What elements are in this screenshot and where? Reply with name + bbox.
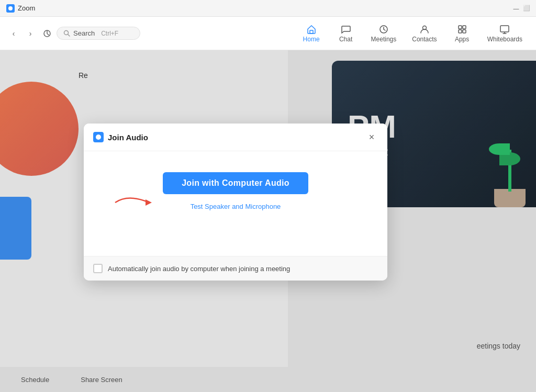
svg-point-14 [96,135,101,140]
modal-zoom-icon [93,132,104,142]
join-audio-modal: Join Audio × Join with Computer Audio Te… [84,124,387,281]
tab-chat-label: Chat [339,36,352,43]
svg-rect-11 [500,26,509,32]
app-title: Zoom [18,4,35,12]
tab-home[interactable]: Home [295,21,328,46]
modal-close-button[interactable]: × [365,131,378,143]
tab-contacts-label: Contacts [412,36,437,43]
svg-marker-15 [146,199,152,206]
tab-whiteboards-label: Whiteboards [487,36,522,43]
tab-home-label: Home [303,36,320,43]
tab-apps[interactable]: Apps [445,21,479,46]
contacts-icon [419,24,430,35]
title-bar: Zoom — ⬜ [0,0,536,17]
test-speaker-link[interactable]: Test Speaker and Microphone [191,203,281,210]
modal-header: Join Audio × [84,124,387,151]
maximize-button[interactable]: ⬜ [523,5,530,12]
window-controls: — ⬜ [513,5,530,12]
app-icon [6,4,15,13]
modal-body: Join with Computer Audio Test Speaker an… [84,151,387,256]
svg-rect-4 [310,30,313,33]
toolbar: ‹ › Search Ctrl+F Home Chat [0,17,536,50]
svg-rect-8 [463,26,466,29]
svg-rect-10 [463,30,466,33]
modal-title: Join Audio [108,133,365,142]
search-shortcut: Ctrl+F [101,30,118,37]
auto-join-label: Automatically join audio by computer whe… [108,265,290,273]
back-button[interactable]: ‹ [6,26,21,41]
search-label: Search [73,29,95,37]
tab-apps-label: Apps [455,36,469,43]
home-icon [306,24,317,35]
minimize-button[interactable]: — [513,5,519,12]
forward-button[interactable]: › [23,26,38,41]
main-content: Re Schedule Share Screen PM 31, 2022 e [0,50,536,392]
arrow-svg [110,191,157,214]
tab-contacts[interactable]: Contacts [405,21,444,46]
svg-rect-7 [459,26,462,29]
whiteboards-icon [499,24,510,35]
tab-meetings-label: Meetings [371,36,397,43]
chat-icon [341,24,351,35]
svg-rect-9 [459,30,462,33]
search-icon [63,30,70,37]
arrow-decoration [110,191,157,216]
auto-join-checkbox[interactable] [93,264,103,273]
meetings-icon [378,24,389,35]
modal-footer: Automatically join audio by computer whe… [84,256,387,281]
tab-chat[interactable]: Chat [329,21,363,46]
apps-icon [457,24,467,35]
join-audio-button[interactable]: Join with Computer Audio [163,172,308,194]
tab-whiteboards[interactable]: Whiteboards [480,21,530,46]
search-bar[interactable]: Search Ctrl+F [57,27,140,40]
svg-line-3 [68,35,70,37]
tab-meetings[interactable]: Meetings [364,21,404,46]
svg-point-0 [8,6,13,10]
nav-tabs: Home Chat Meetings Contacts [295,21,530,46]
history-button[interactable] [40,26,54,41]
